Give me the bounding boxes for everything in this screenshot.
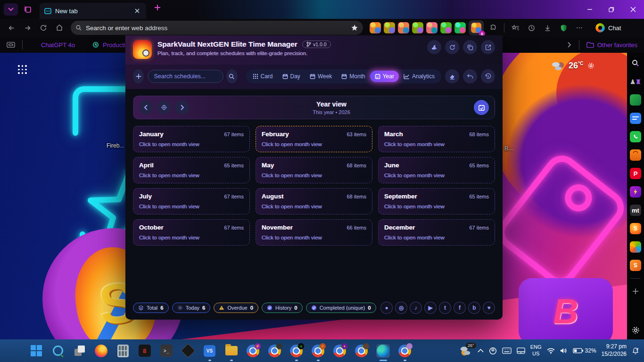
sidebar-s-flame-icon[interactable]: S	[630, 223, 641, 234]
sidebar-add-panel-button[interactable]	[630, 286, 641, 297]
weather-settings-gear-icon[interactable]	[587, 62, 595, 70]
youtube-icon[interactable]: ▶	[424, 302, 437, 314]
stat-history[interactable]: History0	[262, 303, 303, 313]
add-schedule-button[interactable]	[133, 69, 144, 83]
month-card-october[interactable]: October67 items Click to open month view	[133, 219, 250, 246]
close-window-button[interactable]	[622, 0, 644, 19]
copy-button[interactable]	[463, 40, 477, 54]
month-card-may[interactable]: May68 items Click to open month view	[256, 157, 372, 183]
weather-widget[interactable]: 26°C	[551, 60, 595, 71]
tray-touchpad-icon[interactable]	[517, 347, 525, 354]
extension-icon-2[interactable]	[384, 22, 395, 33]
twitter-icon[interactable]: t	[439, 302, 451, 314]
address-input[interactable]	[86, 25, 347, 32]
month-card-july[interactable]: July67 items Click to open month view	[133, 188, 250, 214]
bookmarks-overflow-chevron[interactable]	[566, 42, 572, 48]
sidebar-pinterest-icon[interactable]: P	[630, 168, 641, 179]
workspaces-icon[interactable]	[22, 3, 34, 16]
tab-week-view[interactable]: Week	[305, 71, 337, 82]
month-card-august[interactable]: August68 items Click to open month view	[256, 188, 372, 214]
sidebar-messages-icon[interactable]	[630, 113, 641, 124]
favorites-button[interactable]	[509, 21, 522, 34]
dribbble-icon[interactable]: ●	[380, 302, 393, 314]
sidebar-s-square-icon[interactable]: S	[630, 260, 641, 271]
previous-year-button[interactable]	[139, 100, 153, 115]
taskbar-search-button[interactable]	[51, 344, 65, 358]
sidebar-chess-icon[interactable]: ♟♜	[630, 76, 641, 87]
month-card-april[interactable]: April65 items Click to open month view	[133, 157, 250, 183]
active-extension-icon[interactable]: 6	[469, 20, 484, 35]
task-view-button[interactable]	[73, 344, 86, 358]
tab-list-dropdown-button[interactable]	[4, 3, 18, 16]
taskbar-chrome-6[interactable]	[355, 344, 368, 358]
taskbar-chrome-4[interactable]: S	[311, 344, 325, 358]
taskbar-vscode-icon[interactable]: VS	[203, 344, 216, 358]
jump-to-today-button[interactable]	[157, 100, 171, 115]
extension-icon-6[interactable]	[440, 22, 452, 33]
facebook-icon[interactable]: f	[454, 302, 466, 314]
month-card-december[interactable]: December67 items Click to open month vie…	[378, 219, 495, 246]
tray-obs-icon[interactable]	[489, 347, 497, 355]
minimize-button[interactable]	[579, 0, 601, 19]
apps-grid-button[interactable]	[18, 65, 27, 74]
tiktok-icon[interactable]: ♪	[410, 302, 422, 314]
address-bar[interactable]	[71, 21, 363, 35]
taskbar-app8-icon[interactable]: 8	[138, 344, 151, 358]
tab-analytics-view[interactable]: Analytics	[399, 71, 439, 82]
tray-clock[interactable]: 9:27 pm15/2/2026	[602, 343, 627, 358]
desktop-icon-label-2[interactable]: B...	[504, 145, 513, 152]
month-card-march[interactable]: March68 items Click to open month view	[378, 126, 495, 152]
sidebar-green-app-icon[interactable]	[630, 94, 641, 106]
stat-total[interactable]: Total6	[133, 303, 169, 313]
month-card-january[interactable]: January67 items Click to open month view	[133, 126, 250, 152]
schedule-search-field[interactable]	[148, 70, 223, 83]
calendar-check-button[interactable]	[474, 100, 489, 115]
taskbar-chrome-3[interactable]: ☠	[289, 344, 303, 358]
taskbar-chrome-2[interactable]	[268, 344, 281, 358]
extension-icon-4[interactable]	[412, 22, 423, 33]
browser-tab[interactable]: New tab	[40, 3, 146, 19]
stat-overdue[interactable]: Overdue0	[214, 303, 258, 313]
tab-day-view[interactable]: Day	[278, 71, 305, 82]
taskbar-terminal-icon[interactable]: >_	[159, 344, 173, 358]
schedule-search-input[interactable]	[154, 73, 217, 80]
theme-toggle-button[interactable]	[427, 40, 441, 54]
tray-wifi-icon[interactable]	[547, 348, 555, 354]
adblock-shield-icon[interactable]	[557, 21, 570, 34]
history-restore-button[interactable]	[481, 69, 495, 83]
desktop-icon-label-1[interactable]: Fireb...	[107, 142, 124, 149]
sidebar-copilot-icon[interactable]	[630, 241, 641, 253]
bookmark-star-icon[interactable]	[351, 24, 358, 32]
extension-icon-3[interactable]	[398, 22, 409, 33]
copilot-chat-button[interactable]: Chat	[592, 23, 625, 33]
tray-keyboard-icon[interactable]	[502, 347, 512, 354]
taskbar-chrome-5[interactable]: ♦	[333, 344, 347, 358]
start-button[interactable]	[29, 344, 43, 358]
taskbar-calculator-icon[interactable]	[116, 344, 130, 358]
reload-button[interactable]	[37, 21, 50, 34]
bookmarks-sidebar-icon[interactable]	[7, 41, 15, 48]
tray-chevron-up[interactable]	[478, 349, 484, 353]
tray-battery[interactable]: 32%	[573, 347, 596, 354]
tab-close-button[interactable]	[133, 7, 141, 15]
tab-card-view[interactable]: Card	[248, 71, 278, 82]
clear-button[interactable]	[445, 69, 459, 83]
new-tab-button[interactable]	[154, 4, 161, 11]
extension-icon-1[interactable]	[370, 22, 381, 33]
support-heart-icon[interactable]: ♥	[483, 302, 495, 314]
bluesky-icon[interactable]: b	[468, 302, 480, 314]
sidebar-toolbox-icon[interactable]	[630, 149, 641, 161]
extension-icon-5[interactable]	[426, 22, 438, 33]
month-card-june[interactable]: June65 items Click to open month view	[378, 157, 495, 183]
month-card-september[interactable]: September65 items Click to open month vi…	[378, 188, 495, 214]
taskbar-inkscape-icon[interactable]	[181, 344, 195, 358]
overflow-menu-button[interactable]	[573, 21, 586, 34]
downloads-button[interactable]	[541, 21, 554, 34]
stat-completed[interactable]: Completed (unique)0	[306, 303, 376, 313]
taskbar-edge-icon[interactable]	[376, 344, 390, 358]
month-card-november[interactable]: November66 items Click to open month vie…	[256, 219, 372, 246]
schedule-search-button[interactable]	[226, 69, 237, 83]
taskbar-explorer-icon[interactable]	[224, 344, 238, 358]
sync-refresh-button[interactable]	[445, 40, 459, 54]
open-external-button[interactable]	[481, 40, 495, 54]
